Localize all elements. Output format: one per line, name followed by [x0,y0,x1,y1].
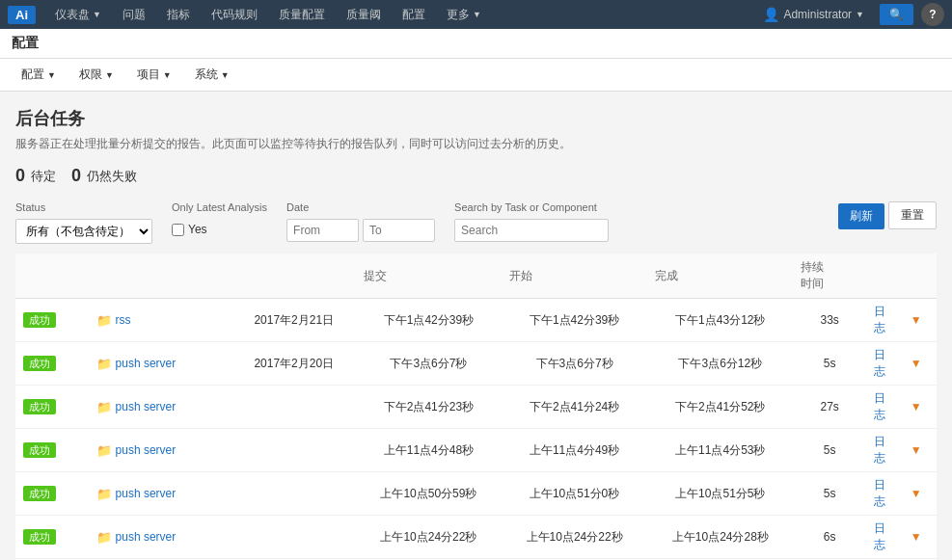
log-link[interactable]: 日志 [874,305,885,334]
refresh-button[interactable]: 刷新 [838,203,884,229]
th-filter-action [903,253,937,299]
task-name-text: push server [116,400,177,413]
filter-icon[interactable]: ▼ [911,400,922,413]
cell-submit: 上午11点4分48秒 [356,429,502,472]
pending-stat: 0 待定 [15,166,56,186]
nav-items: 仪表盘 ▼ 问题 指标 代码规则 质量配置 质量阈 配置 更多 ▼ [45,3,755,27]
nav-quality-config[interactable]: 质量配置 [269,3,335,27]
nav-issues[interactable]: 问题 [113,3,155,27]
status-filter-select[interactable]: 所有（不包含待定） [15,219,152,244]
task-name-link[interactable]: 📁 push server [96,530,239,545]
filter-icon[interactable]: ▼ [911,357,922,370]
cell-filter: ▼ [903,472,937,516]
log-link[interactable]: 日志 [874,391,885,421]
nav-code-rules[interactable]: 代码规则 [202,3,267,27]
admin-menu[interactable]: 👤 Administrator ▼ [755,3,872,26]
task-name-text: rss [116,313,131,327]
subnav-config[interactable]: 配置 ▼ [12,63,66,87]
filter-icon[interactable]: ▼ [911,487,922,500]
reset-button[interactable]: 重置 [888,201,937,229]
cell-date: 2017年2月21日 [246,299,355,342]
subnav-system[interactable]: 系统 ▼ [185,63,239,87]
page-title: 后台任务 [15,107,937,130]
th-date [246,253,355,299]
cell-status: 成功 [15,342,89,386]
cell-status: 成功 [15,386,89,429]
status-badge: 成功 [23,442,56,458]
cell-date [246,472,355,516]
status-filter-group: Status 所有（不包含待定） [15,201,152,244]
table-row: 成功 📁 rss 2017年2月21日 下午1点42分39秒 下午1点42分39… [15,299,937,342]
cell-submit: 下午1点42分39秒 [356,299,502,342]
cell-status: 成功 [15,299,89,342]
search-input[interactable] [454,219,609,242]
breadcrumb: 配置 [0,29,952,59]
cell-name: 📁 push server [89,342,247,386]
cell-status: 成功 [15,429,89,472]
date-from-input[interactable] [286,219,359,242]
search-button[interactable]: 🔍 [880,4,913,25]
filter-bar: Status 所有（不包含待定） Only Latest Analysis Ye… [15,201,937,244]
cell-name: 📁 push server [89,386,247,429]
subnav-projects[interactable]: 项目 ▼ [127,63,181,87]
cell-log: 日志 [866,299,903,342]
log-link[interactable]: 日志 [874,348,885,378]
chevron-down-icon: ▼ [163,70,172,80]
status-filter-label: Status [15,201,152,213]
cell-start: 下午2点41分24秒 [502,386,647,429]
filter-icon[interactable]: ▼ [911,530,922,544]
cell-end: 上午11点4分53秒 [647,429,793,472]
cell-filter: ▼ [903,342,937,386]
cell-duration: 5s [793,342,866,386]
date-filter-group: Date [286,201,435,242]
cell-start: 下午3点6分7秒 [502,342,647,386]
cell-end: 下午3点6分12秒 [647,342,793,386]
subnav-permissions[interactable]: 权限 ▼ [69,63,123,87]
sub-navigation: 配置 ▼ 权限 ▼ 项目 ▼ 系统 ▼ [0,59,952,92]
filter-icon[interactable]: ▼ [911,443,922,457]
log-link[interactable]: 日志 [874,435,885,465]
task-name-link[interactable]: 📁 push server [96,357,239,371]
filter-icon[interactable]: ▼ [911,313,922,327]
failed-label: 仍然失败 [87,168,137,185]
nav-quality-gate[interactable]: 质量阈 [337,3,391,27]
cell-duration: 5s [793,429,866,472]
task-name-text: push server [116,357,177,370]
help-button[interactable]: ? [921,3,944,26]
cell-end: 下午1点43分12秒 [647,299,793,342]
page-description: 服务器正在处理批量分析提交的报告。此页面可以监控等待执行的报告队列，同时可以访问… [15,136,937,152]
date-filter-label: Date [286,201,435,213]
task-name-link[interactable]: 📁 push server [96,487,239,501]
cell-filter: ▼ [903,429,937,472]
failed-stat: 0 仍然失败 [71,166,137,186]
task-name-link[interactable]: 📁 rss [96,313,239,328]
nav-metrics[interactable]: 指标 [157,3,200,27]
cell-log: 日志 [866,516,903,559]
th-submit: 提交 [356,253,502,299]
page-content: 后台任务 服务器正在处理批量分析提交的报告。此页面可以监控等待执行的报告队列，同… [0,92,952,560]
task-name-link[interactable]: 📁 push server [96,443,239,458]
latest-analysis-checkbox[interactable] [172,224,184,236]
cell-start: 上午10点24分22秒 [502,516,647,559]
th-name [89,253,247,299]
folder-icon: 📁 [96,313,112,328]
cell-duration: 6s [793,516,866,559]
cell-log: 日志 [866,472,903,516]
log-link[interactable]: 日志 [874,521,885,551]
log-link[interactable]: 日志 [874,478,885,508]
cell-end: 上午10点51分5秒 [647,472,793,516]
nav-dashboard[interactable]: 仪表盘 ▼ [45,3,111,27]
cell-log: 日志 [866,342,903,386]
th-status [15,253,89,299]
cell-filter: ▼ [903,299,937,342]
task-name-link[interactable]: 📁 push server [96,400,239,414]
date-filter-row [286,219,435,242]
cell-name: 📁 push server [89,472,247,516]
nav-right: 👤 Administrator ▼ 🔍 ? [755,3,944,26]
folder-icon: 📁 [96,357,112,371]
cell-name: 📁 push server [89,429,247,472]
chevron-down-icon: ▼ [93,10,101,19]
nav-more[interactable]: 更多 ▼ [437,3,491,27]
nav-config[interactable]: 配置 [393,3,435,27]
date-to-input[interactable] [363,219,435,242]
